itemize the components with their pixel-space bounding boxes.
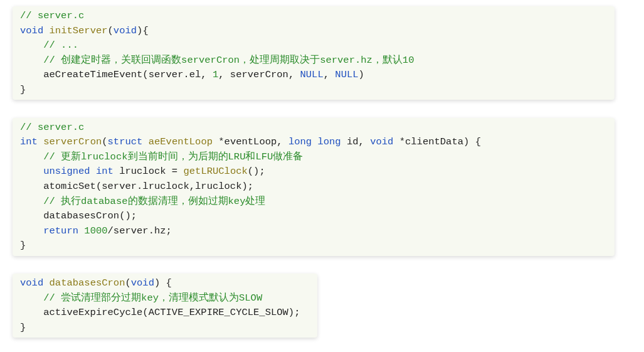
code-text: databasesCron();	[20, 210, 137, 221]
keyword-return: return	[43, 225, 78, 237]
keyword-struct: struct	[108, 136, 143, 147]
code-text: , serverCron,	[218, 69, 300, 80]
null-literal: NULL	[335, 69, 358, 80]
comment-line: // 更新lruclock到当前时间，为后期的LRU和LFU做准备	[20, 151, 303, 163]
keyword-void: void	[20, 277, 43, 289]
code-text: /server.hz;	[108, 225, 172, 237]
code-text: *eventLoop,	[213, 136, 288, 147]
func-name: serverCron	[43, 136, 102, 147]
code-text: ();	[248, 166, 265, 177]
func-call: getLRUClock	[183, 166, 247, 177]
comment-line: // server.c	[20, 122, 84, 133]
code-text: ){	[137, 25, 149, 36]
code-text: ) {	[154, 277, 172, 289]
code-text: atomicSet(server.lruclock,lruclock);	[20, 181, 253, 192]
keyword-void-param: void	[131, 277, 154, 289]
comment-line: // 执行database的数据清理，例如过期key处理	[20, 196, 265, 207]
comment-line: // 创建定时器，关联回调函数serverCron，处理周期取决于server.…	[20, 55, 414, 66]
code-block-3: void databasesCron(void) { // 尝试清理部分过期ke…	[13, 274, 317, 338]
code-text: (	[102, 136, 107, 147]
func-name: databasesCron	[50, 277, 125, 289]
keyword-void: void	[20, 25, 43, 36]
keyword-long: long	[317, 136, 340, 147]
number-literal: 1000	[84, 225, 107, 237]
null-literal: NULL	[300, 69, 324, 80]
code-text: }	[20, 322, 26, 333]
keyword-void-param: void	[113, 25, 137, 36]
code-text: *clientData) {	[393, 136, 481, 147]
code-text: (	[125, 277, 130, 289]
code-text: activeExpireCycle(ACTIVE_EXPIRE_CYCLE_SL…	[20, 307, 300, 318]
keyword-unsigned: unsigned	[43, 166, 90, 177]
keyword-int: int	[96, 166, 113, 177]
code-text: lruclock =	[113, 166, 184, 177]
type-name: aeEventLoop	[149, 136, 213, 147]
code-text: ,	[324, 69, 335, 80]
comment-line: // 尝试清理部分过期key，清理模式默认为SLOW	[20, 292, 262, 304]
code-block-1: // server.c void initServer(void){ // ..…	[13, 6, 615, 100]
number-literal: 1	[213, 69, 218, 80]
code-text: id,	[341, 136, 371, 147]
func-name: initServer	[50, 25, 108, 36]
code-text: }	[20, 84, 26, 95]
comment-line: // ...	[20, 40, 78, 51]
keyword-long: long	[288, 136, 312, 147]
code-text: aeCreateTimeEvent(server.el,	[20, 69, 213, 80]
code-text: )	[359, 69, 364, 80]
keyword-int: int	[20, 136, 38, 147]
keyword-void: void	[370, 136, 393, 147]
code-block-2: // server.c int serverCron(struct aeEven…	[13, 118, 615, 256]
code-text: }	[20, 240, 26, 251]
comment-line: // server.c	[20, 10, 84, 21]
